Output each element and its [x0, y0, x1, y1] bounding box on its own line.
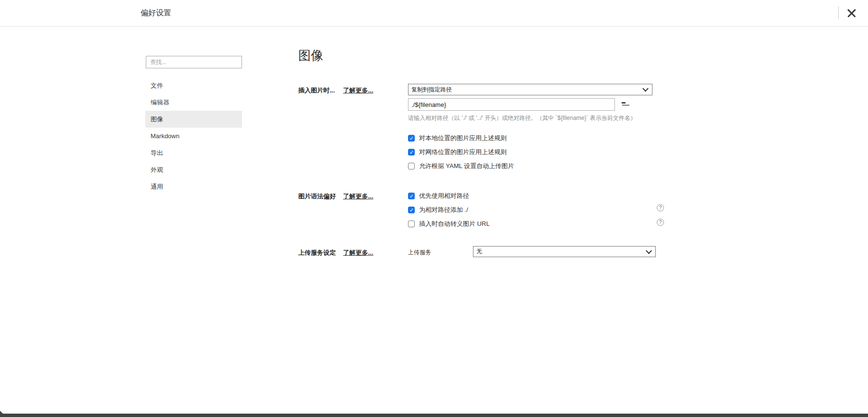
help-icon[interactable]: ? [657, 219, 664, 226]
checkbox[interactable] [408, 193, 415, 199]
insert-section-label: 插入图片时... [298, 86, 335, 95]
close-button[interactable] [843, 4, 860, 22]
checkbox[interactable] [408, 135, 415, 142]
path-hint-text: 请输入相对路径（以 './' 或 '../' 开头）或绝对路径。（其中 `${f… [408, 114, 636, 122]
sidebar-item-editor[interactable]: 编辑器 [145, 94, 242, 111]
checkbox[interactable] [408, 163, 415, 169]
checkbox-row-add-dot-slash[interactable]: 为相对路径添加 ./ [408, 206, 468, 214]
settings-nav: 文件 编辑器 图像 Markdown 导出 外观 通用 [145, 77, 242, 195]
close-icon [847, 8, 856, 18]
image-path-input[interactable] [408, 98, 615, 111]
chevron-down-icon [642, 86, 649, 92]
title-bar: 偏好设置 [0, 0, 868, 26]
insert-action-select[interactable]: 复制到指定路径 [408, 84, 652, 95]
checkbox-row-escape-url[interactable]: 插入时自动转义图片 URL [408, 220, 490, 228]
titlebar-divider [838, 6, 839, 19]
insert-learn-more-link[interactable]: 了解更多... [343, 86, 373, 95]
browse-folder-button[interactable] [617, 100, 625, 107]
chevron-down-icon [646, 248, 652, 254]
insert-action-select-value: 复制到指定路径 [411, 86, 452, 94]
bottom-bar [0, 414, 868, 417]
clear-path-button[interactable] [627, 99, 635, 107]
checkbox-label: 允许根据 YAML 设置自动上传图片 [419, 162, 514, 170]
window-title: 偏好设置 [140, 0, 171, 26]
checkbox-label: 为相对路径添加 ./ [419, 206, 468, 214]
syntax-section-label: 图片语法偏好 [298, 192, 336, 201]
checkbox-label: 优先使用相对路径 [419, 192, 469, 200]
upload-service-label: 上传服务 [408, 248, 431, 257]
checkbox-row-yaml-upload[interactable]: 允许根据 YAML 设置自动上传图片 [408, 162, 514, 170]
checkbox-row-relative-path[interactable]: 优先使用相对路径 [408, 192, 469, 200]
checkbox[interactable] [408, 207, 415, 213]
sidebar-item-appearance[interactable]: 外观 [145, 161, 242, 178]
checkbox[interactable] [408, 221, 415, 227]
checkbox-label: 对本地位置的图片应用上述规则 [419, 134, 507, 143]
page-title: 图像 [298, 47, 323, 64]
checkbox[interactable] [408, 149, 415, 156]
checkbox-label: 对网络位置的图片应用上述规则 [419, 148, 507, 156]
sidebar-item-general[interactable]: 通用 [145, 178, 242, 195]
upload-service-select-value: 无 [476, 248, 482, 256]
upload-service-select[interactable]: 无 [473, 246, 656, 257]
syntax-learn-more-link[interactable]: 了解更多... [343, 192, 373, 201]
sidebar-item-markdown[interactable]: Markdown [145, 128, 242, 144]
checkbox-row-network-images[interactable]: 对网络位置的图片应用上述规则 [408, 148, 507, 156]
sidebar-item-files[interactable]: 文件 [145, 77, 242, 94]
upload-learn-more-link[interactable]: 了解更多... [343, 248, 373, 257]
sidebar-item-export[interactable]: 导出 [145, 144, 242, 161]
help-icon[interactable]: ? [657, 204, 664, 211]
search-input[interactable] [146, 56, 242, 68]
checkbox-row-local-images[interactable]: 对本地位置的图片应用上述规则 [408, 134, 507, 142]
checkbox-label: 插入时自动转义图片 URL [419, 220, 490, 228]
sidebar-item-image[interactable]: 图像 [145, 111, 242, 128]
upload-section-label: 上传服务设定 [298, 248, 336, 257]
